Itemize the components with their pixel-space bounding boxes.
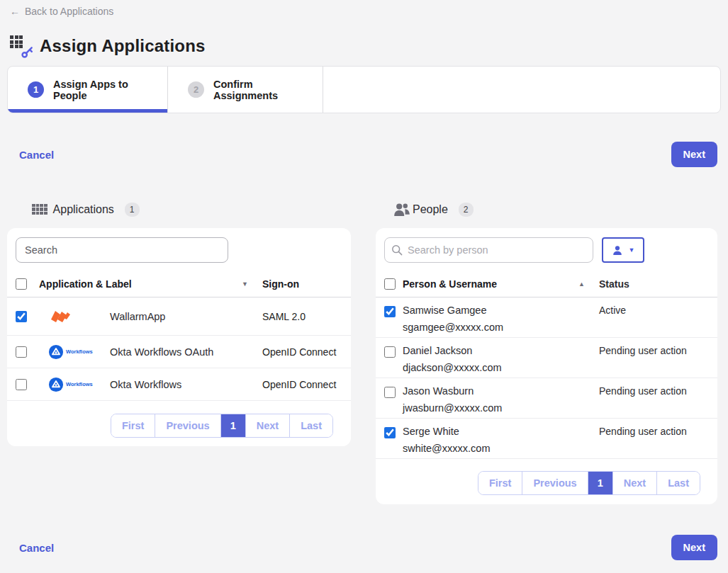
person-username: swhite@xxxxx.com (403, 443, 599, 454)
workflows-logo-text: Workflows (66, 348, 93, 355)
person-checkbox[interactable] (384, 346, 396, 358)
sort-asc-icon: ▲ (578, 280, 585, 288)
person-status: Pending user action (599, 345, 717, 356)
people-section-header: People 2 (376, 200, 717, 218)
person-row: Samwise Gamgee sgamgee@xxxxx.com Active (376, 297, 717, 338)
back-arrow-icon: ← (10, 6, 20, 17)
pagination-page-1[interactable]: 1 (588, 472, 612, 494)
people-icon (393, 203, 410, 217)
person-name: Jason Wasburn (403, 385, 599, 397)
next-button-top[interactable]: Next (671, 142, 717, 167)
sort-desc-icon: ▼ (242, 280, 248, 288)
application-row: WallarmApp SAML 2.0 (7, 297, 351, 336)
person-status: Pending user action (599, 426, 717, 437)
person-name: Daniel Jackson (403, 345, 599, 356)
back-link-label: Back to Applications (25, 6, 113, 17)
okta-workflows-logo: Workflows (39, 344, 110, 360)
application-name: Okta Workflows (110, 379, 262, 390)
okta-workflows-logo: Workflows (39, 377, 110, 392)
person-row: Daniel Jackson djackson@xxxxx.com Pendin… (376, 338, 717, 378)
person-checkbox[interactable] (384, 427, 396, 438)
tab-label: Confirm Assignments (213, 79, 303, 101)
application-name: WallarmApp (110, 311, 262, 322)
cancel-link-top[interactable]: Cancel (19, 149, 54, 161)
tab-label: Assign Apps to People (53, 79, 147, 101)
pagination-page-1[interactable]: 1 (220, 414, 245, 437)
applications-section-header: Applications 1 (7, 200, 351, 218)
person-row: Jason Wasburn jwasburn@xxxxx.com Pending… (376, 378, 717, 419)
people-section-title: People (413, 203, 448, 216)
people-table-header: Person & Username ▲ Status (376, 271, 717, 297)
application-checkbox[interactable] (16, 379, 27, 390)
people-card: ▼ Person & Username ▲ Status Samwise Gam… (376, 228, 717, 504)
select-all-applications-checkbox[interactable] (16, 278, 27, 290)
assign-applications-icon (10, 35, 33, 57)
search-icon (391, 244, 403, 256)
application-row: Workflows Okta Workflows OpenID Connect (7, 368, 351, 401)
tab-assign-apps-to-people[interactable]: 1 Assign Apps to People (8, 67, 168, 113)
person-name: Serge White (403, 426, 599, 437)
applications-card: Application & Label ▼ Sign-on WallarmApp… (7, 228, 351, 446)
column-label: Person & Username (403, 278, 497, 290)
pagination-first[interactable]: First (478, 472, 522, 494)
applications-table-header: Application & Label ▼ Sign-on (7, 271, 351, 297)
application-name: Okta Workflows OAuth (110, 346, 262, 358)
pagination-last[interactable]: Last (656, 472, 700, 494)
page-title: Assign Applications (40, 36, 206, 56)
pagination-first[interactable]: First (111, 414, 155, 437)
people-search-input[interactable] (384, 237, 593, 263)
column-status[interactable]: Status (599, 278, 717, 290)
applications-search-input[interactable] (16, 237, 228, 263)
pagination-previous[interactable]: Previous (155, 414, 220, 437)
people-pagination: First Previous 1 Next Last (376, 459, 717, 504)
person-filter-dropdown[interactable]: ▼ (602, 237, 644, 263)
person-status: Pending user action (599, 385, 717, 397)
cancel-link-bottom[interactable]: Cancel (19, 542, 54, 554)
person-username: jwasburn@xxxxx.com (403, 402, 599, 414)
person-name: Samwise Gamgee (403, 305, 599, 316)
person-checkbox[interactable] (384, 387, 396, 398)
person-username: sgamgee@xxxxx.com (403, 322, 599, 333)
applications-section-title: Applications (53, 203, 114, 216)
people-count-badge: 2 (459, 203, 474, 217)
pagination-next[interactable]: Next (245, 414, 289, 437)
chevron-down-icon: ▼ (629, 246, 635, 254)
tab-confirm-assignments[interactable]: 2 Confirm Assignments (168, 67, 323, 113)
select-all-people-checkbox[interactable] (384, 278, 396, 290)
page-header: Assign Applications (10, 35, 206, 57)
column-person-username[interactable]: Person & Username ▲ (403, 278, 599, 290)
applications-count-badge: 1 (125, 203, 140, 217)
person-status: Active (599, 305, 717, 316)
people-search-row: ▼ (376, 228, 717, 271)
applications-grid-icon (32, 204, 47, 215)
top-action-bar: Cancel Next (0, 142, 728, 167)
step-1-badge: 1 (28, 81, 44, 98)
application-signon: OpenID Connect (262, 346, 351, 358)
application-checkbox[interactable] (16, 311, 27, 322)
applications-panel: Applications 1 Application & Label ▼ Sig… (7, 200, 351, 446)
pagination-last[interactable]: Last (289, 414, 332, 437)
column-label: Application & Label (39, 278, 132, 290)
person-icon (612, 245, 623, 256)
back-link[interactable]: ← Back to Applications (10, 6, 113, 17)
key-icon (21, 45, 34, 59)
pagination-next[interactable]: Next (612, 472, 656, 494)
workflows-logo-text: Workflows (66, 381, 93, 387)
applications-pagination: First Previous 1 Next Last (7, 401, 351, 446)
wallarm-logo (39, 309, 110, 324)
application-row: Workflows Okta Workflows OAuth OpenID Co… (7, 336, 351, 368)
person-username: djackson@xxxxx.com (403, 362, 599, 373)
application-signon: SAML 2.0 (262, 311, 351, 322)
wizard-tabbar: 1 Assign Apps to People 2 Confirm Assign… (7, 66, 721, 113)
column-sign-on[interactable]: Sign-on (262, 278, 351, 290)
next-button-bottom[interactable]: Next (671, 535, 717, 560)
column-application-label[interactable]: Application & Label ▼ (39, 278, 262, 290)
person-checkbox[interactable] (384, 306, 396, 317)
applications-search-row (7, 228, 351, 271)
application-signon: OpenID Connect (262, 379, 351, 390)
people-panel: People 2 ▼ (376, 200, 717, 504)
bottom-action-bar: Cancel Next (0, 535, 728, 560)
application-checkbox[interactable] (16, 346, 27, 358)
pagination-previous[interactable]: Previous (522, 472, 587, 494)
step-2-badge: 2 (188, 81, 204, 98)
